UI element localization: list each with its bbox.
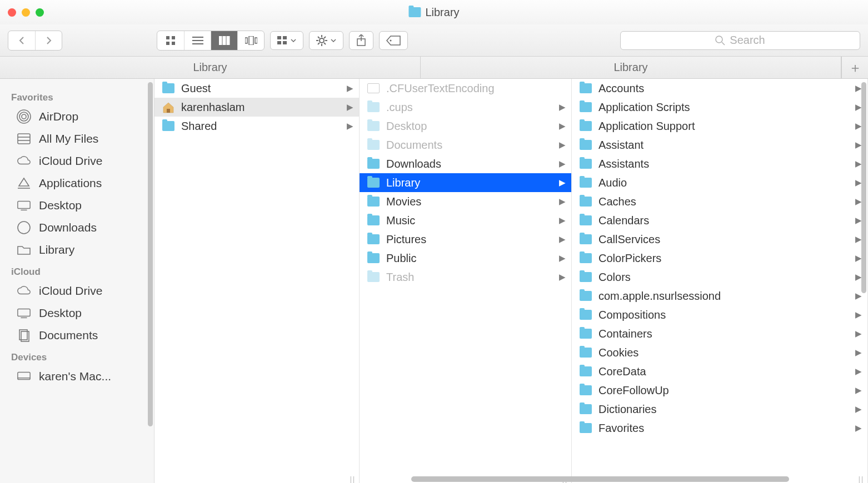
folder-icon: [162, 121, 174, 131]
item-label: Application Scripts: [598, 101, 849, 114]
folder-row-library[interactable]: Library▶: [360, 173, 571, 192]
sidebar-item-desktop[interactable]: Desktop: [0, 302, 154, 324]
svg-rect-41: [18, 309, 30, 316]
chevron-right-icon: ▶: [855, 404, 862, 414]
folder-row-application-scripts[interactable]: Application Scripts▶: [572, 98, 867, 117]
back-button[interactable]: [8, 31, 35, 50]
sidebar-scrollbar[interactable]: [148, 82, 153, 426]
folder-row-favorites[interactable]: Favorites▶: [572, 419, 867, 437]
chevron-right-icon: ▶: [559, 102, 566, 112]
chevron-right-icon: ▶: [559, 234, 566, 244]
sidebar-item-applications[interactable]: Applications: [0, 172, 154, 194]
folder-row-assistants[interactable]: Assistants▶: [572, 154, 867, 173]
list-view-button[interactable]: [184, 31, 211, 50]
chevron-right-icon: ▶: [855, 329, 862, 339]
folder-row-containers[interactable]: Containers▶: [572, 324, 867, 343]
folder-row-guest[interactable]: Guest▶: [154, 79, 359, 98]
folder-row-public[interactable]: Public▶: [360, 249, 571, 268]
folder-row-trash[interactable]: Trash▶: [360, 268, 571, 286]
folder-row-audio[interactable]: Audio▶: [572, 173, 867, 192]
item-label: Public: [386, 252, 552, 265]
sidebar-item-label: Downloads: [39, 221, 97, 234]
maximize-window-button[interactable]: [36, 8, 44, 17]
minimize-window-button[interactable]: [22, 8, 30, 17]
column-3: Accounts▶Application Scripts▶Application…: [572, 79, 868, 483]
folder-row-corefollowup[interactable]: CoreFollowUp▶: [572, 381, 867, 400]
share-button[interactable]: [349, 31, 373, 50]
folder-row-assistant[interactable]: Assistant▶: [572, 135, 867, 154]
folder-row-dictionaries[interactable]: Dictionaries▶: [572, 400, 867, 419]
folder-row--cfusertextencoding[interactable]: .CFUserTextEncoding: [360, 79, 571, 98]
column-browser: Guest▶karenhaslam▶Shared▶|| .CFUserTextE…: [154, 79, 868, 483]
sidebar-item-label: Documents: [39, 329, 98, 342]
folder-row-desktop[interactable]: Desktop▶: [360, 117, 571, 135]
folder-row-pictures[interactable]: Pictures▶: [360, 230, 571, 249]
folder-row-calendars[interactable]: Calendars▶: [572, 211, 867, 230]
folder-icon: [580, 329, 592, 339]
arrange-button[interactable]: [270, 31, 303, 50]
new-tab-button[interactable]: ＋: [841, 57, 868, 78]
folder-row-caches[interactable]: Caches▶: [572, 192, 867, 211]
svg-rect-45: [18, 373, 30, 380]
folder-row-movies[interactable]: Movies▶: [360, 192, 571, 211]
chevron-right-icon: ▶: [559, 121, 566, 131]
sidebar-item-label: AirDrop: [39, 110, 78, 123]
folder-row-colors[interactable]: Colors▶: [572, 268, 867, 286]
action-button[interactable]: [309, 31, 343, 50]
folder-row-karenhaslam[interactable]: karenhaslam▶: [154, 98, 359, 117]
chevron-right-icon: ▶: [559, 253, 566, 263]
item-label: Containers: [598, 328, 849, 340]
close-window-button[interactable]: [8, 8, 16, 17]
folder-row-downloads[interactable]: Downloads▶: [360, 154, 571, 173]
search-field[interactable]: Search: [620, 31, 860, 50]
column-scrollbar[interactable]: [861, 82, 866, 293]
column-resize-handle[interactable]: ||: [859, 475, 864, 483]
item-label: Assistant: [598, 139, 849, 152]
item-label: Audio: [598, 177, 849, 189]
chevron-right-icon: ▶: [347, 121, 353, 131]
folder-row-com-apple-nsurlsessiond[interactable]: com.apple.nsurlsessiond▶: [572, 286, 867, 305]
cloud-icon: [17, 155, 31, 167]
coverflow-view-button[interactable]: [237, 31, 264, 50]
column-resize-handle[interactable]: ||: [350, 475, 356, 483]
svg-rect-0: [166, 36, 169, 39]
folder-row--cups[interactable]: .cups▶: [360, 98, 571, 117]
folder-row-callservices[interactable]: CallServices▶: [572, 230, 867, 249]
tab-library-2[interactable]: Library: [421, 57, 841, 78]
folder-row-music[interactable]: Music▶: [360, 211, 571, 230]
tags-button[interactable]: [379, 31, 408, 50]
folder-icon: [580, 272, 592, 282]
folder-row-cookies[interactable]: Cookies▶: [572, 343, 867, 362]
horizontal-scrollbar[interactable]: [411, 475, 857, 483]
sidebar-item-label: karen's Mac...: [39, 370, 111, 383]
svg-line-22: [318, 37, 320, 38]
folder-row-shared[interactable]: Shared▶: [154, 117, 359, 135]
folder-icon: [580, 310, 592, 320]
icon-view-button[interactable]: [157, 31, 184, 50]
chevron-right-icon: ▶: [559, 272, 566, 282]
sidebar-item-library[interactable]: Library: [0, 239, 154, 261]
folder-row-colorpickers[interactable]: ColorPickers▶: [572, 249, 867, 268]
svg-point-17: [320, 38, 324, 43]
sidebar-item-downloads[interactable]: Downloads: [0, 217, 154, 239]
folder-row-application-support[interactable]: Application Support▶: [572, 117, 867, 135]
sidebar-item-desktop[interactable]: Desktop: [0, 194, 154, 217]
folder-row-coredata[interactable]: CoreData▶: [572, 362, 867, 381]
folder-row-accounts[interactable]: Accounts▶: [572, 79, 867, 98]
folder-row-documents[interactable]: Documents▶: [360, 135, 571, 154]
forward-button[interactable]: [35, 31, 62, 50]
column-view-button[interactable]: [211, 31, 237, 50]
sidebar-item-icloud-drive[interactable]: iCloud Drive: [0, 280, 154, 302]
cloud-icon: [17, 285, 31, 297]
sidebar-item-documents[interactable]: Documents: [0, 324, 154, 346]
folder-icon: [367, 197, 380, 207]
sidebar-item-label: iCloud Drive: [39, 284, 102, 298]
airdrop-icon: [17, 110, 31, 123]
sidebar-item-icloud-drive[interactable]: iCloud Drive: [0, 150, 154, 172]
sidebar-item-all-my-files[interactable]: All My Files: [0, 128, 154, 150]
item-label: Movies: [386, 195, 552, 208]
tab-library-1[interactable]: Library: [0, 57, 421, 78]
folder-row-compositions[interactable]: Compositions▶: [572, 305, 867, 324]
sidebar-item-karen-s-mac-[interactable]: karen's Mac...: [0, 365, 154, 388]
sidebar-item-airdrop[interactable]: AirDrop: [0, 105, 154, 128]
